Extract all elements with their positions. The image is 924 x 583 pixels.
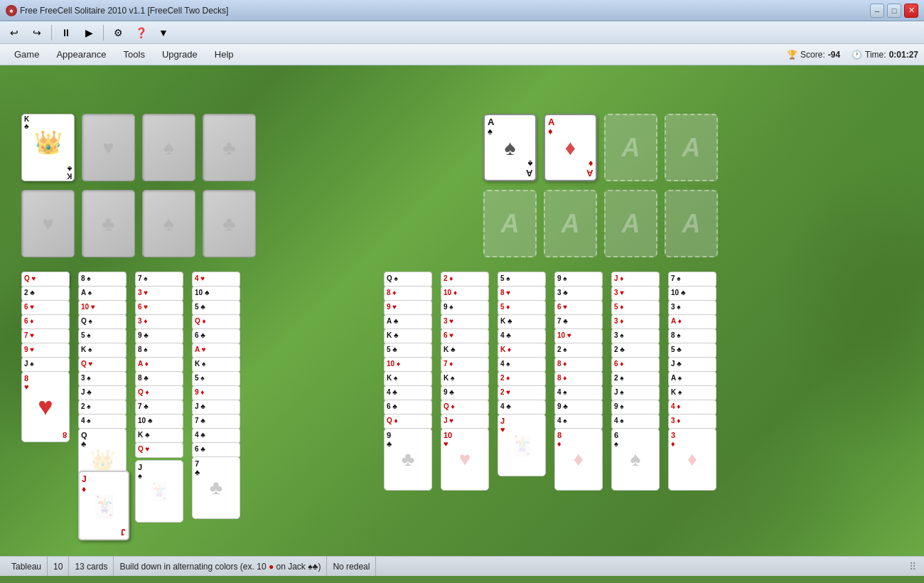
maximize-button[interactable]: □ <box>887 4 901 18</box>
card-10-hearts[interactable]: 10 ♥ <box>78 300 127 316</box>
freecell-3[interactable]: ♠ <box>142 114 195 181</box>
card-4-col5[interactable]: 4 ♣ <box>384 385 432 401</box>
card-q-col3[interactable]: Q ♦ <box>135 385 183 401</box>
card-4-col8[interactable]: 4 ♠ <box>554 385 603 401</box>
card-5-col10[interactable]: 5 ♣ <box>668 343 716 358</box>
card-6-col6[interactable]: 6 ♥ <box>441 328 489 344</box>
card-k-spades-2[interactable]: K ♠ <box>78 343 127 358</box>
card-5-col7[interactable]: 5 ♠ <box>498 272 546 287</box>
card-a-col4[interactable]: A ♥ <box>192 343 240 358</box>
card-9-col8-2[interactable]: 9 ♣ <box>554 400 603 415</box>
card-6-col5[interactable]: 6 ♣ <box>384 400 432 415</box>
card-10-col6-final[interactable]: 10♥ ♥ <box>441 428 489 491</box>
card-2-col9[interactable]: 2 ♣ <box>611 343 660 358</box>
card-4-col8-2[interactable]: 4 ♠ <box>554 414 603 429</box>
card-3-col10-2[interactable]: 3 ♦ <box>668 414 716 429</box>
card-6-col3[interactable]: 6 ♥ <box>135 300 183 316</box>
card-q-spades[interactable]: Q ♠ <box>78 314 127 330</box>
foundation-8[interactable]: A <box>665 190 718 257</box>
card-7-col3[interactable]: 7 ♠ <box>135 272 183 287</box>
close-button[interactable]: ✕ <box>904 4 918 18</box>
card-8-col3-2[interactable]: 8 ♣ <box>135 371 183 387</box>
card-q-col3-2[interactable]: Q ♥ <box>135 442 183 458</box>
card-10-col8[interactable]: 10 ♥ <box>554 328 603 344</box>
card-k-col4[interactable]: K ♠ <box>192 357 240 373</box>
card-3-col9-2[interactable]: 3 ♦ <box>611 314 660 330</box>
settings-icon[interactable]: ⚙ <box>108 23 128 42</box>
card-4-spades[interactable]: 4 ♠ <box>78 414 127 429</box>
undo-icon[interactable]: ↩ <box>4 23 24 42</box>
card-q-col5-2[interactable]: Q ♦ <box>384 414 432 429</box>
card-9-col8[interactable]: 9 ♠ <box>554 272 603 287</box>
card-9-col9[interactable]: 9 ♠ <box>611 400 660 415</box>
card-6-hearts[interactable]: 6 ♥ <box>21 300 70 316</box>
foundation-7[interactable]: A <box>604 190 657 257</box>
card-j-col6[interactable]: J ♥ <box>441 414 489 429</box>
card-q-col5[interactable]: Q ♠ <box>384 272 432 287</box>
card-j-col3-face[interactable]: J♠ 🃏 <box>135 460 183 523</box>
card-q-hearts-2[interactable]: Q ♥ <box>78 357 127 373</box>
card-10-col5[interactable]: 10 ♦ <box>384 357 432 373</box>
dropdown-icon[interactable]: ▼ <box>154 23 173 42</box>
card-5-spades[interactable]: 5 ♠ <box>78 328 127 344</box>
card-8-col8-2[interactable]: 8 ♦ <box>554 371 603 387</box>
card-6-col9-final[interactable]: 6♠ ♠ <box>611 428 660 491</box>
card-8-spades[interactable]: 8 ♠ <box>78 272 127 287</box>
card-4-col9[interactable]: 4 ♠ <box>611 414 660 429</box>
card-2-col8[interactable]: 2 ♠ <box>554 343 603 358</box>
freecell-5[interactable]: ♥ <box>21 190 75 257</box>
card-8-col10[interactable]: 8 ♠ <box>668 328 716 344</box>
card-9-col5[interactable]: 9 ♥ <box>384 300 432 316</box>
menu-help[interactable]: Help <box>206 46 242 63</box>
resize-grip[interactable]: ⠿ <box>907 561 918 572</box>
card-k-col5[interactable]: K ♣ <box>384 328 432 344</box>
freecell-8[interactable]: ♣ <box>203 190 256 257</box>
card-a-col5[interactable]: A ♣ <box>384 314 432 330</box>
card-4-col7-3[interactable]: 4 ♣ <box>498 400 546 415</box>
card-q-hearts[interactable]: Q ♥ <box>21 272 70 287</box>
game-area[interactable]: K♣ K♣ 👑 ♣ ♥ ♠ ♣ ♥ ♣ ♠ ♣ A♠ A♠ ♠ A♦ A♦ ♦ <box>0 65 924 556</box>
card-j-col4[interactable]: J ♣ <box>192 400 240 415</box>
card-9-col3[interactable]: 9 ♣ <box>135 328 183 344</box>
card-k-col6-2[interactable]: K ♠ <box>441 371 489 387</box>
freecell-2[interactable]: ♥ <box>82 114 135 181</box>
foundation-1[interactable]: A♠ A♠ ♠ <box>483 114 537 181</box>
card-k-col7-2[interactable]: K ♦ <box>498 343 546 358</box>
card-9-hearts[interactable]: 9 ♥ <box>21 343 70 358</box>
foundation-5[interactable]: A <box>483 190 537 257</box>
card-a-col10-2[interactable]: A ♠ <box>668 371 716 387</box>
card-5-col5[interactable]: 5 ♣ <box>384 343 432 358</box>
card-7-col4-final[interactable]: 7♣ ♣ <box>192 456 240 519</box>
card-a-col10[interactable]: A ♦ <box>668 314 716 330</box>
freecell-7[interactable]: ♠ <box>142 190 195 257</box>
card-k-col10[interactable]: K ♠ <box>668 385 716 401</box>
card-10-col10[interactable]: 10 ♣ <box>668 286 716 301</box>
freecell-6[interactable]: ♣ <box>82 190 135 257</box>
card-9-col6-2[interactable]: 9 ♣ <box>441 385 489 401</box>
card-10-col3[interactable]: 10 ♣ <box>135 414 183 429</box>
card-7-col6[interactable]: 7 ♦ <box>441 357 489 373</box>
card-k-col6[interactable]: K ♣ <box>441 343 489 358</box>
card-10-col4[interactable]: 10 ♣ <box>192 286 240 301</box>
card-8-col3[interactable]: 8 ♠ <box>135 343 183 358</box>
help-icon[interactable]: ❓ <box>131 23 151 42</box>
card-j-col9-2[interactable]: J ♠ <box>611 385 660 401</box>
card-2-col6[interactable]: 2 ♦ <box>441 272 489 287</box>
card-3-col9[interactable]: 3 ♥ <box>611 286 660 301</box>
card-j-diamonds-face[interactable]: J♦ 🃏 J <box>78 471 129 540</box>
card-a-spades[interactable]: A ♠ <box>78 286 127 301</box>
card-q-col4[interactable]: Q ♦ <box>192 314 240 330</box>
card-q-col6[interactable]: Q ♦ <box>441 400 489 415</box>
card-8-col8-final[interactable]: 8♦ ♦ <box>554 428 603 491</box>
menu-upgrade[interactable]: Upgrade <box>154 46 206 63</box>
card-3-col8[interactable]: 3 ♣ <box>554 286 603 301</box>
card-k-col7[interactable]: K ♣ <box>498 314 546 330</box>
card-2-col2[interactable]: 2 ♠ <box>78 400 127 415</box>
foundation-6[interactable]: A <box>544 190 597 257</box>
card-j-col7-final[interactable]: J♥ 🃏 <box>498 414 546 476</box>
card-3-col3[interactable]: 3 ♥ <box>135 286 183 301</box>
card-2-col9-2[interactable]: 2 ♠ <box>611 371 660 387</box>
card-7-col10[interactable]: 7 ♠ <box>668 272 716 287</box>
card-j-clubs-2[interactable]: J ♣ <box>78 385 127 401</box>
card-k-col5-2[interactable]: K ♠ <box>384 371 432 387</box>
